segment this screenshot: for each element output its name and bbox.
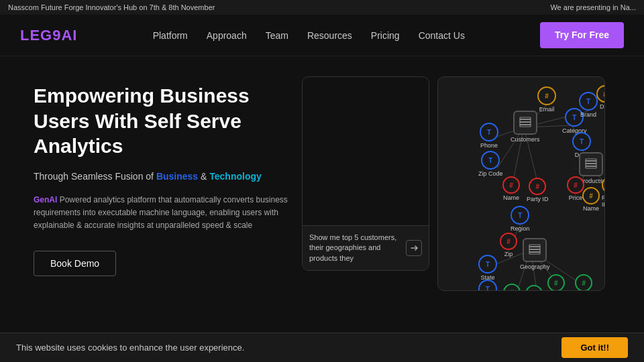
announcement-right: We are presenting in Na...: [550, 3, 636, 11]
hero-description: GenAI Powered analytics platform that au…: [34, 194, 288, 233]
geography-label: Geography: [520, 263, 550, 270]
svg-rect-20: [520, 124, 531, 125]
svg-rect-22: [586, 160, 596, 162]
nav-approach[interactable]: Approach: [207, 30, 247, 41]
ordid-node: # Ord ID: [525, 285, 543, 291]
announcement-bar: Nasscom Future Forge Innovator's Hub on …: [0, 0, 644, 15]
logo[interactable]: LEG9AI: [20, 27, 77, 44]
customers-node: Customers: [511, 111, 540, 143]
geography-node: Geography: [520, 238, 550, 270]
email-node: # Email: [537, 86, 556, 113]
hero-subtitle: Through Seamless Fusion of Business & Te…: [34, 171, 288, 182]
hero-section: Empowering Business Users With Self Serv…: [0, 56, 644, 333]
hero-left: Empowering Business Users With Self Serv…: [34, 76, 288, 276]
phone-node: T Phone: [480, 123, 498, 149]
svg-rect-18: [520, 119, 531, 120]
brand-node: T Brand: [579, 92, 598, 118]
customers-label: Customers: [511, 136, 540, 143]
nav: Platform Approach Team Resources Pricing…: [153, 30, 465, 41]
zip-node: # Zip: [500, 233, 517, 257]
nav-platform[interactable]: Platform: [153, 30, 188, 41]
dim-node: # Dim: [596, 85, 605, 110]
nav-resources[interactable]: Resources: [307, 30, 352, 41]
zipcode-node: T Zip Code: [478, 151, 503, 177]
state-node: T State: [478, 255, 497, 281]
chat-input-text[interactable]: Show me top 5 customers, their geographi…: [309, 233, 402, 263]
graph-panel: Customers # Email T Phone T Category T B…: [437, 76, 605, 291]
cookie-banner: This website uses cookies to enhance the…: [0, 333, 644, 362]
chat-input-area[interactable]: Show me top 5 customers, their geographi…: [303, 225, 429, 270]
chat-panel: Show me top 5 customers, their geographi…: [302, 76, 429, 271]
cookie-accept-button[interactable]: Got it!!: [561, 337, 628, 358]
geoid-node: # Geo ID: [502, 284, 522, 291]
subtitle-sep: &: [198, 171, 209, 182]
hero-right: Show me top 5 customers, their geographi…: [302, 76, 617, 291]
svg-rect-23: [586, 163, 596, 164]
name2-node: # Name: [582, 187, 600, 212]
cookie-text: This website uses cookies to enhance the…: [16, 343, 244, 353]
subtitle-business: Business: [156, 171, 198, 182]
subtitle-technology: Technology: [209, 171, 262, 182]
svg-rect-24: [586, 166, 596, 167]
name1-node: # Name: [502, 176, 520, 201]
productid-node: # Product ID: [570, 274, 598, 291]
try-free-button[interactable]: Try For Free: [540, 22, 624, 48]
nav-contact[interactable]: Contact Us: [419, 30, 465, 41]
book-demo-button[interactable]: Book Demo: [34, 251, 116, 276]
svg-rect-26: [529, 246, 540, 247]
announcement-left: Nasscom Future Forge Innovator's Hub on …: [8, 3, 215, 11]
hero-title: Empowering Business Users With Self Serv…: [34, 83, 288, 159]
svg-rect-28: [529, 251, 540, 253]
svg-rect-19: [520, 121, 531, 123]
header: LEG9AI Platform Approach Team Resources …: [0, 15, 644, 56]
svg-rect-27: [529, 249, 540, 250]
partyid-node: # Party ID: [527, 178, 549, 202]
chat-area: [303, 77, 429, 225]
prodid-node: # Prod ID: [602, 176, 605, 208]
cultid-node: # Cult ID: [547, 274, 566, 291]
country-node: T Country: [477, 280, 498, 291]
nav-team[interactable]: Team: [266, 30, 288, 41]
logo-text: LEG9AI: [20, 27, 77, 44]
hero-desc-rest: Powered analytics platform that automati…: [34, 195, 288, 230]
subtitle-prefix: Through Seamless Fusion of: [34, 171, 156, 182]
send-icon: [410, 244, 418, 252]
send-button[interactable]: [406, 240, 422, 256]
nav-pricing[interactable]: Pricing: [371, 30, 400, 41]
region-node: T Region: [511, 206, 530, 232]
genai-label: GenAI: [34, 195, 57, 204]
